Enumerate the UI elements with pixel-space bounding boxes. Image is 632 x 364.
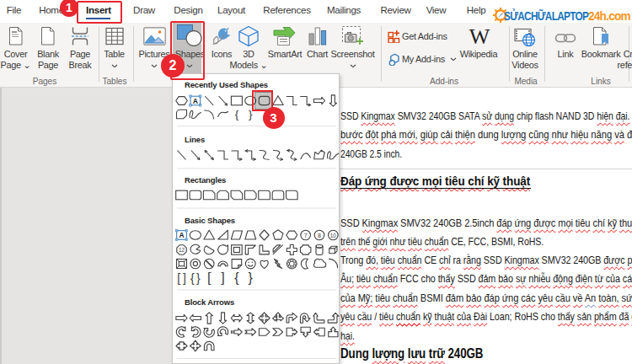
svg-text:7: 7 bbox=[304, 233, 308, 238]
svg-text:8: 8 bbox=[318, 233, 321, 238]
svg-text:Lines: Lines bbox=[185, 135, 205, 144]
svg-text:Block Arrows: Block Arrows bbox=[185, 297, 234, 307]
svg-text:Rectangles: Rectangles bbox=[185, 175, 226, 185]
svg-text:A: A bbox=[179, 231, 184, 239]
svg-text:]: ] bbox=[221, 270, 224, 285]
svg-text:Recently Used Shapes: Recently Used Shapes bbox=[185, 80, 268, 89]
svg-text:{: { bbox=[234, 270, 239, 285]
svg-text:{: { bbox=[190, 271, 195, 285]
svg-text:[: [ bbox=[177, 271, 180, 285]
svg-text:10: 10 bbox=[330, 233, 337, 238]
svg-text:12: 12 bbox=[179, 247, 185, 253]
svg-text:}: } bbox=[196, 271, 201, 285]
svg-text:}: } bbox=[249, 270, 254, 285]
svg-text:{: { bbox=[235, 108, 239, 120]
svg-text:[: [ bbox=[207, 270, 212, 285]
svg-text:]: ] bbox=[183, 271, 186, 285]
svg-text:A: A bbox=[193, 97, 198, 105]
svg-text:Basic Shapes: Basic Shapes bbox=[185, 216, 235, 225]
